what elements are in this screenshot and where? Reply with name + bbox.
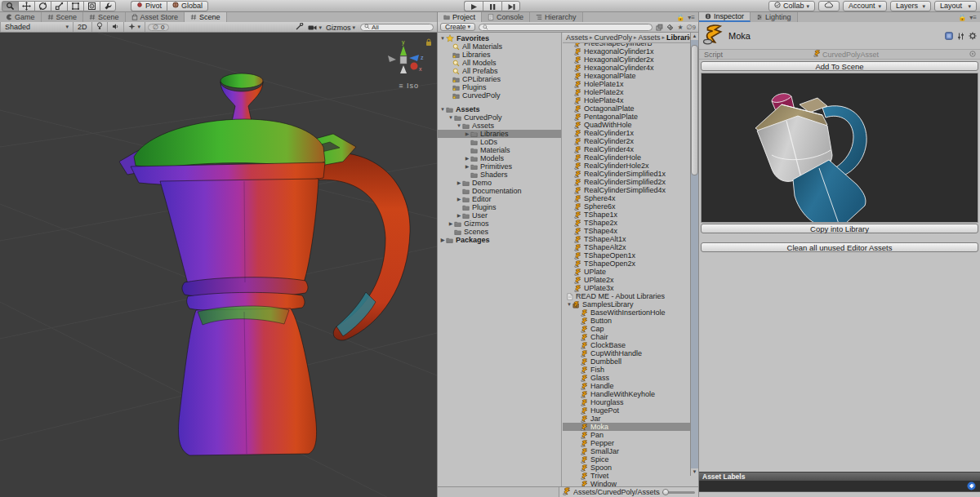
file-row[interactable]: HexagonalCylinder1x [563,47,690,55]
folder-row[interactable]: LoDs [438,138,561,146]
folder-row[interactable]: ▶Models [438,154,561,162]
save-search-star-icon[interactable]: ★ [677,24,683,31]
tab-game-0[interactable]: Game [0,12,42,22]
foldout-arrow-icon[interactable]: ▶ [464,130,470,138]
file-row[interactable]: ClockBase [563,341,690,349]
help-icon[interactable] [945,29,953,43]
file-row[interactable]: HandleWithKeyhole [563,390,690,398]
file-row[interactable]: UPlate3x [563,284,690,292]
foldout-arrow-icon[interactable]: ▶ [456,195,462,203]
file-row[interactable]: Cap [563,325,690,333]
folder-row[interactable]: ▶Gizmos [438,220,561,228]
layers-button[interactable]: Layers▾ [890,1,931,11]
projection-mode-label[interactable]: ≡ Iso [399,82,419,90]
view-tool-button[interactable] [2,1,18,11]
file-row[interactable]: Spoon [563,464,690,472]
foldout-arrow-icon[interactable]: ▼ [456,122,462,130]
foldout-arrow-icon[interactable]: ▼ [439,34,446,42]
scene-camera-dropdown[interactable]: ▾ [308,24,322,31]
tab-scene-4[interactable]: Scene [185,12,227,22]
scrollbar-thumb[interactable] [691,45,698,175]
gear-icon[interactable] [969,29,977,43]
thumbnail-zoom-slider[interactable] [662,491,695,494]
scale-tool-button[interactable] [51,1,67,11]
file-row[interactable]: RealCylinder1x [563,129,690,137]
tab-console[interactable]: Console [482,12,530,22]
asset-preview[interactable] [701,73,978,223]
scrollbar-down-arrow[interactable]: ▼ [691,468,698,476]
file-row[interactable]: TShape1x [563,211,690,219]
presets-icon[interactable] [957,29,964,43]
folder-row[interactable]: Documentation [438,187,561,195]
project-search-field[interactable] [479,24,653,31]
pivot-button[interactable]: Pivot [131,1,167,11]
file-row[interactable]: HexagonalCylinder4x [563,64,690,72]
custom-tool-button[interactable] [100,1,116,11]
lock-icon[interactable]: 🔒 [676,14,684,21]
favorite-item[interactable]: All Materials [438,42,561,51]
file-row[interactable]: HexagonalPlate [563,72,690,80]
file-row[interactable]: BaseWithInsertionHole [563,308,690,317]
file-list-scrollbar[interactable]: ▲ ▼ [690,33,698,476]
rect-tool-button[interactable] [67,1,83,11]
breadcrumb-item[interactable]: Libraries [666,33,690,42]
file-row[interactable]: READ ME - About Libraries [563,292,690,300]
file-row[interactable]: RealCylinderHole2x [563,162,690,170]
breadcrumb-item[interactable]: Assets [566,33,588,42]
hidden-packages-count[interactable]: ∅9 [687,24,696,31]
scene-search-field[interactable]: All [360,24,434,31]
play-button[interactable] [464,1,483,11]
tab-project[interactable]: Project [438,12,482,22]
file-row[interactable]: RealCylinderSimplified4x [563,186,690,194]
file-row[interactable]: RealCylinder4x [563,145,690,153]
breadcrumb-item[interactable]: Assets [639,33,661,42]
foldout-arrow-icon[interactable]: ▶ [464,154,470,162]
gizmos-dropdown[interactable]: Gizmos▾ [326,24,355,32]
zoom-slider-knob[interactable] [662,489,669,495]
shading-mode-dropdown[interactable]: Shaded▾ [1,22,73,32]
breadcrumb-item[interactable]: CurvedPoly [595,33,633,42]
folder-row[interactable]: ▶Demo [438,179,561,187]
file-row[interactable]: UPlate [563,268,690,276]
file-row[interactable]: TShape4x [563,227,690,235]
folder-row[interactable]: ▶Libraries [438,130,561,138]
axis-orientation-gizmo[interactable]: y z x [380,38,427,87]
favorite-item[interactable]: Libraries [438,51,561,59]
file-row[interactable]: TShape2x [563,219,690,227]
asset-labels-header[interactable]: Asset Labels [699,472,980,481]
panel-menu-icon[interactable]: ▾≡ [688,14,695,21]
favorite-item[interactable]: CPLibraries [438,75,561,83]
file-row[interactable]: Button [563,317,690,325]
tab-lighting[interactable]: Lighting [751,12,798,22]
file-row[interactable]: TShapeAlt1x [563,235,690,243]
search-by-label-icon[interactable] [666,24,674,31]
cloud-button[interactable] [818,1,840,11]
clean-editor-assets-button[interactable]: Clean all unused Editor Assets [701,242,978,252]
favorite-item[interactable]: Plugins [438,83,561,91]
global-button[interactable]: Global [167,1,208,11]
tab-inspector[interactable]: Inspector [699,12,751,22]
add-to-scene-button[interactable]: Add To Scene [701,61,978,71]
favorite-item[interactable]: CurvedPoly [438,91,561,100]
file-row[interactable]: HolePlate1x [563,80,690,88]
file-row[interactable]: CupWithHandle [563,349,690,357]
folder-row[interactable]: ▼CurvedPoly [438,113,561,122]
folder-row[interactable]: ▼Assets [438,122,561,130]
file-row[interactable]: OctagonalPlate [563,104,690,113]
file-row[interactable]: RealCylinderHole [563,153,690,162]
file-row[interactable]: UPlate2x [563,276,690,284]
folder-row[interactable]: Plugins [438,203,561,211]
lock-icon[interactable]: 🔒 [958,14,966,21]
file-row[interactable]: RealCylinderSimplified1x [563,170,690,178]
favorite-item[interactable]: All Models [438,59,561,67]
panel-menu-icon[interactable]: ▾≡ [969,14,977,21]
folder-row[interactable]: Shaders [438,171,561,179]
foldout-arrow-icon[interactable]: ▼ [439,105,446,113]
file-row[interactable]: HexagonalCylinder2x [563,55,690,64]
tab-asset-store-3[interactable]: Asset Store [126,12,185,22]
object-picker-icon[interactable] [969,51,976,59]
lighting-toggle[interactable] [92,22,107,32]
file-row[interactable]: Jar [563,415,690,423]
file-row[interactable]: Sphere6x [563,202,690,211]
file-row[interactable]: Spice [563,455,690,464]
